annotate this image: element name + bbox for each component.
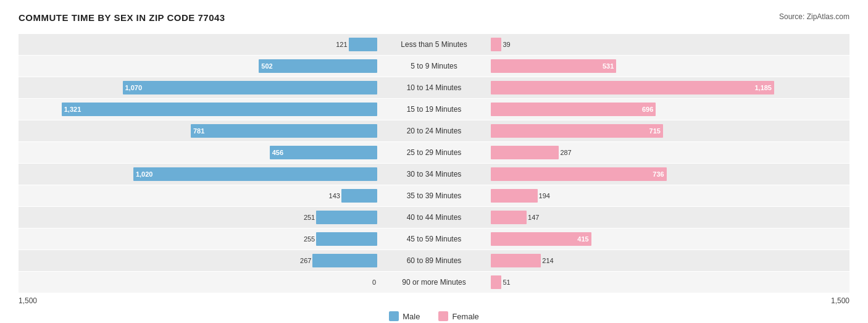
female-bar: 715 xyxy=(491,124,663,138)
female-bar-wrap: 51 xyxy=(491,275,849,289)
male-value: 0 xyxy=(372,279,376,286)
female-bar: 736 xyxy=(491,167,667,181)
male-color-swatch xyxy=(389,311,399,321)
legend-male-label: Male xyxy=(403,312,420,321)
row-inner: 121 Less than 5 Minutes 39 xyxy=(19,36,849,52)
left-section: 1,321 xyxy=(19,101,378,117)
row-label: 60 to 89 Minutes xyxy=(378,256,490,265)
female-value: 194 xyxy=(539,192,550,199)
row-inner: 0 90 or more Minutes 51 xyxy=(19,274,849,290)
axis-right-label: 1,500 xyxy=(831,296,849,305)
male-bar: 251 xyxy=(316,211,377,224)
male-value: 456 xyxy=(272,149,283,156)
male-value: 255 xyxy=(304,235,315,243)
table-row: 1,321 15 to 19 Minutes 696 xyxy=(19,99,849,120)
female-color-swatch xyxy=(438,311,448,321)
male-value: 502 xyxy=(261,62,272,70)
male-bar-wrap: 1,070 xyxy=(19,81,377,94)
male-value: 143 xyxy=(329,192,340,199)
female-value: 287 xyxy=(560,149,571,156)
right-section: 214 xyxy=(490,253,849,269)
right-section: 287 xyxy=(490,145,849,161)
right-section: 696 xyxy=(490,101,849,117)
male-bar-wrap: 143 xyxy=(19,189,377,203)
female-value: 147 xyxy=(528,214,539,221)
right-section: 194 xyxy=(490,188,849,204)
male-bar-wrap: 456 xyxy=(19,146,377,159)
chart-header: COMMUTE TIME BY SEX IN ZIP CODE 77043 So… xyxy=(19,12,849,23)
male-bar-wrap: 1,020 xyxy=(19,167,377,181)
axis-right: 1,500 xyxy=(490,296,849,305)
table-row: 251 40 to 44 Minutes 147 xyxy=(19,207,849,228)
female-bar-wrap: 531 xyxy=(491,59,849,73)
table-row: 121 Less than 5 Minutes 39 xyxy=(19,34,849,55)
female-bar: 51 xyxy=(491,275,501,289)
table-row: 781 20 to 24 Minutes 715 xyxy=(19,120,849,141)
female-bar-wrap: 715 xyxy=(491,124,849,138)
male-bar-wrap: 255 xyxy=(19,232,377,246)
male-bar: 143 xyxy=(341,189,377,203)
row-inner: 143 35 to 39 Minutes 194 xyxy=(19,188,849,204)
female-value: 39 xyxy=(503,41,510,48)
row-label: 25 to 29 Minutes xyxy=(378,148,490,157)
female-value: 415 xyxy=(577,235,588,243)
legend-female: Female xyxy=(438,311,478,321)
left-section: 456 xyxy=(19,145,378,161)
female-value: 214 xyxy=(542,257,553,264)
female-bar-wrap: 1,185 xyxy=(491,81,849,94)
right-section: 51 xyxy=(490,274,849,290)
male-bar-wrap: 251 xyxy=(19,211,377,224)
female-bar-wrap: 194 xyxy=(491,189,849,203)
row-inner: 251 40 to 44 Minutes 147 xyxy=(19,209,849,225)
female-value: 51 xyxy=(503,279,510,286)
left-section: 251 xyxy=(19,209,378,225)
female-bar: 214 xyxy=(491,254,541,267)
female-bar: 415 xyxy=(491,232,591,246)
row-label: 5 to 9 Minutes xyxy=(378,62,490,70)
row-inner: 267 60 to 89 Minutes 214 xyxy=(19,253,849,269)
male-value: 121 xyxy=(336,41,347,48)
row-inner: 1,070 10 to 14 Minutes 1,185 xyxy=(19,80,849,96)
female-bar-wrap: 415 xyxy=(491,232,849,246)
axis-bottom: 1,500 1,500 xyxy=(19,296,849,305)
female-value: 1,185 xyxy=(754,84,772,91)
table-row: 267 60 to 89 Minutes 214 xyxy=(19,250,849,271)
male-value: 251 xyxy=(304,214,315,221)
left-section: 143 xyxy=(19,188,378,204)
female-value: 531 xyxy=(603,62,614,70)
male-bar: 1,020 xyxy=(133,167,377,181)
female-bar: 147 xyxy=(491,211,527,224)
female-bar: 696 xyxy=(491,103,656,116)
legend: Male Female xyxy=(19,311,849,321)
female-bar-wrap: 287 xyxy=(491,146,849,159)
male-bar: 1,321 xyxy=(62,103,377,116)
male-value: 781 xyxy=(193,127,204,135)
male-value: 267 xyxy=(300,257,311,264)
female-bar: 1,185 xyxy=(491,81,774,94)
male-value: 1,321 xyxy=(64,106,81,113)
table-row: 1,020 30 to 34 Minutes 736 xyxy=(19,164,849,185)
left-section: 255 xyxy=(19,231,378,247)
left-section: 267 xyxy=(19,253,378,269)
right-section: 736 xyxy=(490,166,849,182)
row-inner: 255 45 to 59 Minutes 415 xyxy=(19,231,849,247)
female-value: 736 xyxy=(653,170,664,178)
male-bar: 1,070 xyxy=(123,81,378,94)
male-bar-wrap: 0 xyxy=(19,275,377,289)
male-bar: 456 xyxy=(270,146,377,159)
chart-title: COMMUTE TIME BY SEX IN ZIP CODE 77043 xyxy=(19,12,225,23)
male-bar: 267 xyxy=(312,254,377,267)
female-value: 715 xyxy=(649,127,661,135)
male-bar: 121 xyxy=(349,38,377,51)
female-bar-wrap: 736 xyxy=(491,167,849,181)
row-inner: 1,020 30 to 34 Minutes 736 xyxy=(19,166,849,182)
row-inner: 1,321 15 to 19 Minutes 696 xyxy=(19,101,849,117)
male-bar: 502 xyxy=(259,59,377,73)
row-inner: 502 5 to 9 Minutes 531 xyxy=(19,58,849,74)
row-label: 15 to 19 Minutes xyxy=(378,105,490,114)
right-section: 415 xyxy=(490,231,849,247)
female-bar-wrap: 147 xyxy=(491,211,849,224)
table-row: 456 25 to 29 Minutes 287 xyxy=(19,142,849,163)
right-section: 147 xyxy=(490,209,849,225)
axis-left: 1,500 xyxy=(19,296,378,305)
